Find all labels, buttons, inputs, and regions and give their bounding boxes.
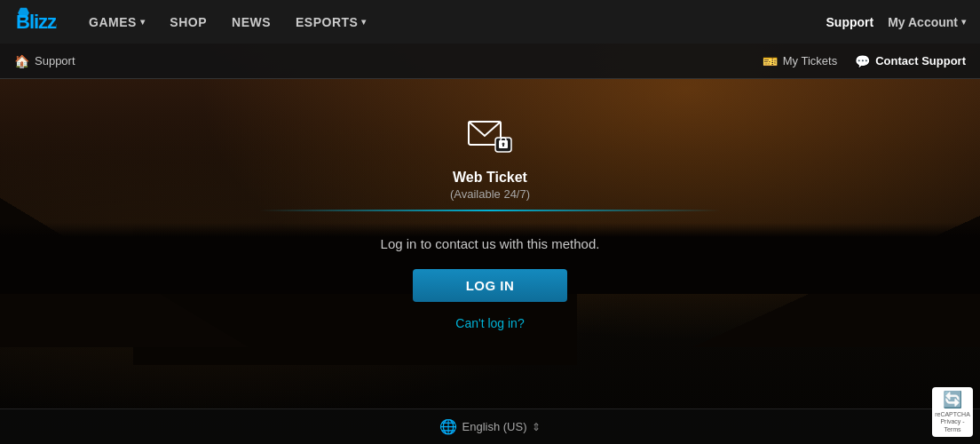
nav-right: Support My Account ▾ xyxy=(819,12,966,33)
web-ticket-svg xyxy=(467,118,513,157)
logo-container[interactable]: Blizzard xyxy=(14,5,57,39)
nav-news[interactable]: NEWS xyxy=(221,12,281,33)
chevron-down-icon: ▾ xyxy=(361,17,367,27)
top-nav: Blizzard GAMES ▾ SHOP NEWS ESPORTS ▾ Sup… xyxy=(0,0,980,44)
nav-esports[interactable]: ESPORTS ▾ xyxy=(285,12,377,33)
nav-links: GAMES ▾ SHOP NEWS ESPORTS ▾ xyxy=(78,12,819,33)
my-account-button[interactable]: My Account ▾ xyxy=(888,15,966,29)
support-breadcrumb[interactable]: 🏠 Support xyxy=(14,54,75,68)
web-ticket-icon xyxy=(467,115,513,161)
chevron-down-icon: ▾ xyxy=(961,17,966,27)
ticket-divider xyxy=(259,210,721,211)
main-content: Web Ticket (Available 24/7) Log in to co… xyxy=(0,79,980,330)
globe-icon: 🌐 xyxy=(439,418,457,435)
ticket-title: Web Ticket xyxy=(453,170,527,186)
nav-games[interactable]: GAMES ▾ xyxy=(78,12,155,33)
chat-icon: 💬 xyxy=(855,54,870,68)
recaptcha-icon: 🔄 xyxy=(943,391,962,410)
sub-nav-right: 🎫 My Tickets 💬 Contact Support xyxy=(763,54,966,68)
ticket-container: Web Ticket (Available 24/7) Log in to co… xyxy=(241,115,739,330)
cant-login-link[interactable]: Can't log in? xyxy=(455,316,524,330)
login-button[interactable]: Log In xyxy=(413,269,568,302)
ticket-subtitle: (Available 24/7) xyxy=(450,187,530,201)
contact-support-link[interactable]: 💬 Contact Support xyxy=(855,54,966,68)
recaptcha-badge: 🔄 reCAPTCHA Privacy - Terms xyxy=(932,387,973,437)
blizzard-logo-icon: Blizzard xyxy=(14,5,57,36)
recaptcha-text: reCAPTCHA Privacy - Terms xyxy=(935,411,970,433)
my-tickets-link[interactable]: 🎫 My Tickets xyxy=(763,54,837,68)
login-message: Log in to contact us with this method. xyxy=(381,236,600,251)
language-selector[interactable]: 🌐 English (US) ⇕ xyxy=(439,418,541,435)
sub-nav-left: 🏠 Support xyxy=(14,54,763,68)
sub-nav: 🏠 Support 🎫 My Tickets 💬 Contact Support xyxy=(0,44,980,79)
tickets-icon: 🎫 xyxy=(763,54,778,68)
footer-bar: 🌐 English (US) ⇕ xyxy=(0,408,980,444)
svg-rect-6 xyxy=(502,144,504,147)
sort-arrows-icon: ⇕ xyxy=(532,421,541,433)
home-icon: 🏠 xyxy=(14,54,29,68)
nav-shop[interactable]: SHOP xyxy=(159,12,217,33)
chevron-down-icon: ▾ xyxy=(140,17,146,27)
support-nav-link[interactable]: Support xyxy=(819,12,881,33)
